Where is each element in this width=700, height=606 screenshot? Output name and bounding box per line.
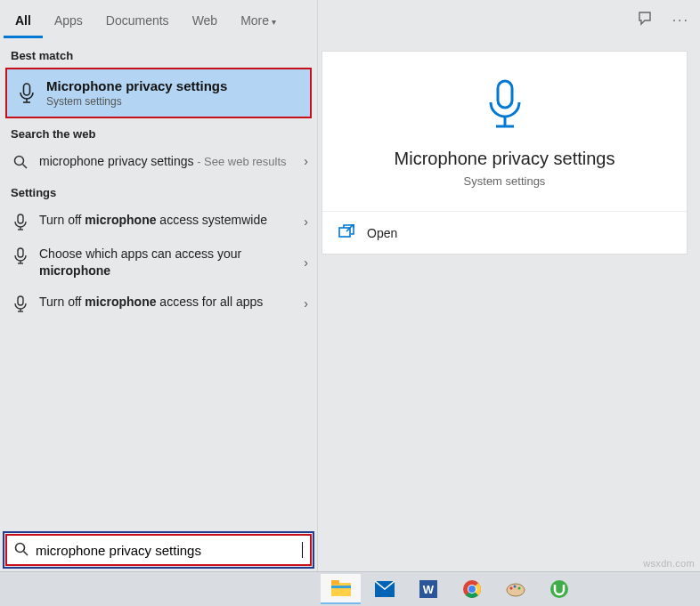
svg-rect-5 [18,214,23,223]
settings-item-label: Choose which apps can access your microp… [39,246,306,279]
svg-rect-0 [24,84,30,95]
svg-point-14 [16,543,25,552]
titlebar: ··· [318,0,700,40]
search-icon [11,153,30,169]
settings-item-turnoff-allapps[interactable]: Turn off microphone access for all apps … [0,287,317,320]
tab-documents[interactable]: Documents [94,3,181,38]
svg-line-4 [23,165,28,169]
chevron-down-icon: ▾ [272,17,276,27]
more-icon[interactable]: ··· [672,12,689,28]
svg-point-33 [513,586,516,588]
tab-apps[interactable]: Apps [43,3,94,38]
best-match-result[interactable]: Microphone privacy settings System setti… [5,68,312,118]
search-input-wrap[interactable] [5,534,312,566]
settings-item-label: Turn off microphone access for all apps [39,294,306,311]
taskbar-explorer[interactable] [321,574,361,604]
section-settings: Settings [0,177,317,205]
chevron-right-icon: › [304,296,308,311]
svg-line-15 [24,551,28,555]
microphone-icon [484,78,525,134]
chevron-right-icon: › [304,214,308,229]
settings-item-label: Turn off microphone access systemwide [39,212,306,229]
chevron-right-icon: › [304,255,308,270]
svg-rect-21 [331,580,339,585]
text-caret [302,542,303,558]
best-match-subtitle: System settings [46,95,227,108]
web-result-item[interactable]: microphone privacy settings - See web re… [0,146,317,177]
taskbar: W [0,571,700,606]
microphone-icon [11,212,30,231]
preview-card: Microphone privacy settings System setti… [322,51,688,255]
results-pane: All Apps Documents Web More▾ Best match … [0,0,318,571]
microphone-icon [11,246,30,265]
chevron-right-icon: › [304,154,308,168]
microphone-icon [11,294,30,313]
microphone-icon [16,83,37,104]
filter-tabs: All Apps Documents Web More▾ [0,0,317,40]
svg-point-30 [468,586,476,593]
taskbar-paint[interactable] [495,574,535,604]
svg-rect-20 [331,583,351,596]
settings-item-choose-apps[interactable]: Choose which apps can access your microp… [0,238,317,287]
svg-point-3 [15,157,24,166]
settings-item-turnoff-systemwide[interactable]: Turn off microphone access systemwide › [0,205,317,238]
svg-point-34 [517,587,520,590]
search-icon [14,542,28,559]
open-label: Open [367,226,397,240]
section-search-web: Search the web [0,118,317,146]
taskbar-chrome[interactable] [452,574,492,604]
svg-rect-16 [498,81,512,108]
taskbar-word[interactable]: W [408,574,448,604]
open-action[interactable]: Open [322,212,687,254]
feedback-icon[interactable] [637,10,655,30]
taskbar-utorrent[interactable] [539,574,579,604]
svg-point-32 [509,587,512,590]
svg-rect-22 [331,586,351,588]
tab-all[interactable]: All [4,3,43,38]
open-icon [338,224,354,241]
section-best-match: Best match [0,40,317,68]
preview-pane: ··· Microphone privacy settings System s… [318,0,700,571]
tab-more[interactable]: More▾ [229,3,288,38]
web-result-text: microphone privacy settings - See web re… [39,153,306,170]
svg-rect-11 [18,296,23,305]
tab-web[interactable]: Web [181,3,230,38]
taskbar-mail[interactable] [364,574,404,604]
search-input[interactable] [36,543,302,558]
preview-title: Microphone privacy settings [395,149,615,169]
svg-text:W: W [422,583,434,596]
best-match-title: Microphone privacy settings [46,78,227,93]
watermark: wsxdn.com [643,558,695,569]
svg-rect-8 [18,248,23,257]
preview-subtitle: System settings [464,174,546,188]
